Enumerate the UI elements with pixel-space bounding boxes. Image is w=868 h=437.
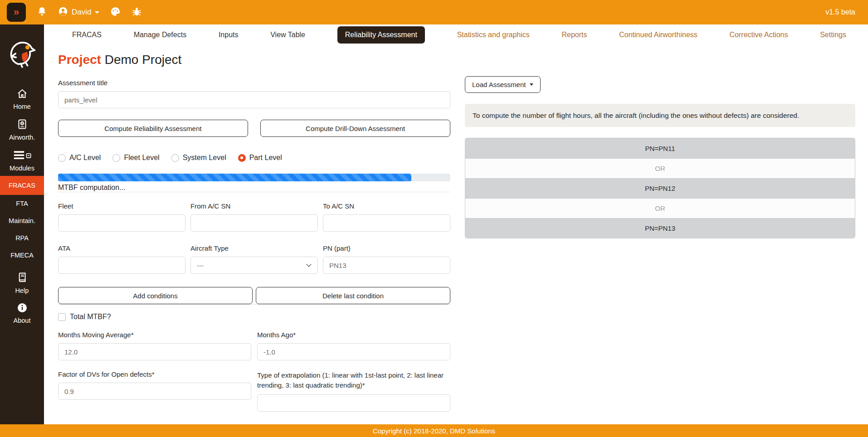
pn-part-input[interactable]	[323, 257, 450, 274]
chevron-down-icon	[306, 262, 311, 267]
tab-fracas[interactable]: FRACAS	[72, 31, 102, 39]
aircraft-type-select[interactable]: ---	[190, 257, 318, 274]
total-mtbf-checkbox[interactable]: Total MTBF?	[58, 313, 450, 321]
condition-row: PN=PN12	[465, 178, 855, 198]
ata-field: ATA	[58, 244, 185, 274]
home-icon	[16, 88, 28, 101]
page-title: Project Demo Project	[58, 52, 450, 68]
radio-system-level[interactable]: System Level	[171, 154, 226, 162]
sidebar-item-fmeca[interactable]: FMECA	[0, 247, 44, 264]
radio-ac-level[interactable]: A/C Level	[58, 154, 101, 162]
ata-input[interactable]	[58, 257, 185, 274]
user-menu[interactable]: David	[58, 6, 99, 19]
compute-reliability-button[interactable]: Compute Reliability Assessment	[58, 120, 248, 137]
factor-dvs-label: Factor of DVs for Open defects*	[58, 370, 251, 379]
user-name: David	[72, 8, 91, 17]
tab-reports[interactable]: Reports	[561, 31, 587, 39]
pn-part-field: PN (part)	[323, 244, 450, 274]
assessment-title-input[interactable]	[58, 91, 450, 108]
factor-dvs-input[interactable]	[58, 383, 251, 400]
tab-continued-airworthiness[interactable]: Continued Airworthiness	[619, 31, 697, 39]
project-name: Demo Project	[105, 53, 182, 67]
radio-label: System Level	[183, 154, 226, 162]
info-box: To compute the number of flight hours, a…	[465, 104, 855, 127]
fleet-field: Fleet	[58, 202, 185, 232]
bell-icon	[37, 6, 47, 18]
sidebar-item-label: Help	[15, 287, 29, 294]
sidebar-item-help[interactable]: Help	[0, 267, 44, 298]
conditions-table: PN=PN11 OR PN=PN12 OR PN=PN13	[465, 138, 855, 238]
delete-last-condition-button[interactable]: Delete last condition	[256, 287, 450, 304]
book-icon	[17, 272, 28, 285]
months-ago-field: Months Ago*	[257, 331, 450, 360]
sidebar-item-label: Modules	[10, 165, 34, 172]
tab-view-table[interactable]: View Table	[270, 31, 305, 39]
condition-operator-row: OR	[465, 198, 855, 218]
theme-button[interactable]	[110, 6, 121, 18]
radio-label: A/C Level	[69, 154, 101, 162]
sidebar-item-modules[interactable]: Modules	[0, 145, 44, 176]
from-ac-sn-field: From A/C SN	[190, 202, 318, 232]
tab-settings[interactable]: Settings	[820, 31, 846, 39]
load-assessment-label: Load Assessment	[472, 81, 526, 88]
compute-drilldown-button[interactable]: Compute Drill-Down Assessment	[260, 120, 450, 137]
top-bar: » David v1.5 beta	[0, 0, 868, 24]
tab-inputs[interactable]: Inputs	[219, 31, 239, 39]
main-content: Project Demo Project Assessment title Co…	[44, 45, 868, 437]
sidebar-item-airworthiness[interactable]: Airworth.	[0, 114, 44, 145]
sidebar-item-home[interactable]: Home	[0, 84, 44, 114]
months-moving-average-field: Months Moving Average*	[58, 331, 251, 360]
tab-manage-defects[interactable]: Manage Defects	[134, 31, 187, 39]
sidebar-item-label: FTA	[16, 200, 28, 207]
sidebar-item-about[interactable]: About	[0, 298, 44, 328]
add-conditions-button[interactable]: Add conditions	[58, 287, 253, 304]
aircraft-type-label: Aircraft Type	[190, 244, 318, 252]
pn-part-label: PN (part)	[323, 244, 450, 252]
info-icon	[17, 302, 28, 315]
bug-icon	[132, 6, 142, 18]
copyright-text: Copyright (c) 2018-2020, DMD Solutions	[373, 427, 495, 435]
project-label: Project	[58, 53, 101, 67]
sidebar-item-label: Maintain.	[9, 217, 35, 224]
months-moving-average-input[interactable]	[58, 343, 251, 360]
bug-report-button[interactable]	[132, 6, 142, 18]
aircraft-type-field: Aircraft Type ---	[190, 244, 318, 274]
checkbox-label: Total MTBF?	[70, 313, 111, 321]
extrapolation-label: Type of extrapolation (1: linear with 1s…	[257, 370, 450, 390]
fleet-input[interactable]	[58, 214, 185, 232]
sidebar-item-fracas[interactable]: FRACAS	[0, 176, 44, 195]
sidebar-item-label: FRACAS	[9, 182, 35, 189]
months-moving-average-label: Months Moving Average*	[58, 331, 251, 339]
chevron-down-icon	[95, 11, 99, 14]
assessment-title-label: Assessment title	[58, 79, 450, 87]
tab-reliability-assessment[interactable]: Reliability Assessment	[337, 26, 425, 44]
radio-indicator	[171, 154, 179, 162]
load-assessment-button[interactable]: Load Assessment	[465, 76, 541, 93]
sidebar-item-rpa[interactable]: RPA	[0, 229, 44, 247]
radio-indicator	[238, 154, 246, 162]
to-ac-sn-input[interactable]	[323, 214, 450, 232]
months-ago-input[interactable]	[257, 343, 450, 360]
person-circle-icon	[58, 6, 68, 19]
condition-operator-row: OR	[465, 158, 855, 178]
radio-part-level[interactable]: Part Level	[238, 154, 282, 162]
progress-bar-fill	[58, 174, 411, 181]
tab-corrective-actions[interactable]: Corrective Actions	[730, 31, 788, 39]
sidebar-item-fta[interactable]: FTA	[0, 195, 44, 212]
assessment-form: Project Demo Project Assessment title Co…	[58, 51, 450, 412]
sidebar: Home Airworth. Modules FRACAS FTA Mainta…	[0, 24, 44, 437]
from-ac-sn-label: From A/C SN	[190, 202, 318, 210]
months-ago-label: Months Ago*	[257, 331, 450, 339]
radio-fleet-level[interactable]: Fleet Level	[112, 154, 159, 162]
double-chevron-icon: »	[14, 7, 19, 17]
from-ac-sn-input[interactable]	[190, 214, 318, 232]
sidebar-item-maintain[interactable]: Maintain.	[0, 212, 44, 229]
extrapolation-input[interactable]	[257, 394, 450, 412]
tab-statistics-graphics[interactable]: Statistics and graphics	[457, 31, 530, 39]
notifications-button[interactable]	[37, 6, 47, 18]
sidebar-expand-button[interactable]: »	[7, 3, 26, 22]
palette-icon	[110, 6, 121, 18]
to-ac-sn-field: To A/C SN	[323, 202, 450, 232]
radio-indicator	[112, 154, 120, 162]
radio-indicator	[58, 154, 66, 162]
